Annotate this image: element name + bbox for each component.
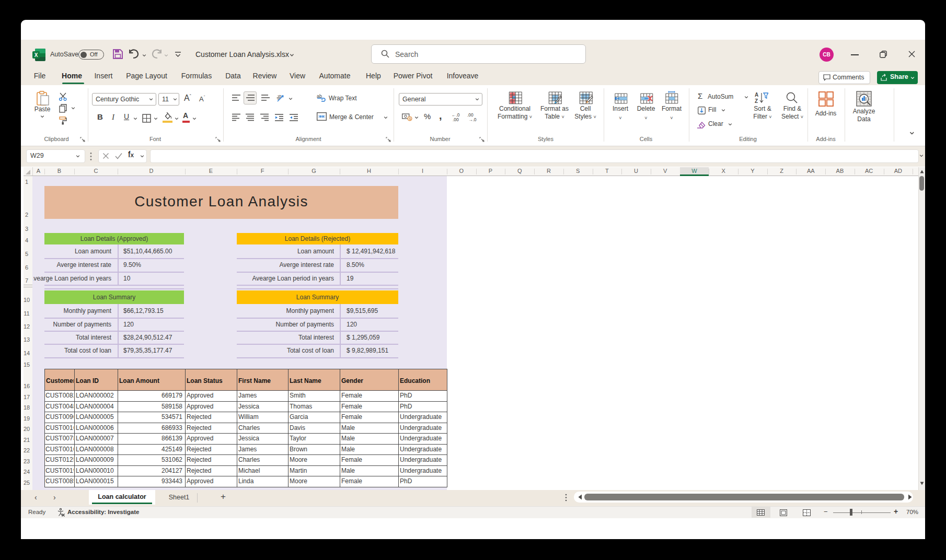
svg-text:.00: .00 [453, 117, 459, 122]
svg-text:ab: ab [276, 94, 282, 101]
svg-text:Z: Z [755, 98, 758, 104]
svg-text:A: A [755, 92, 758, 98]
svg-text:→.0: →.0 [468, 117, 477, 122]
svg-text:X: X [34, 52, 38, 58]
